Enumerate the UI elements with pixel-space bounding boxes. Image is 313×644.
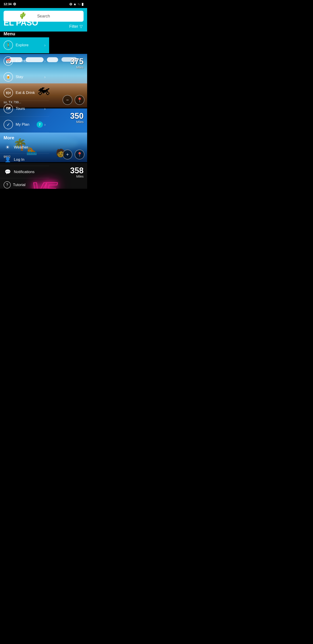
more-label: More [3, 135, 45, 140]
more-section: More [0, 132, 49, 141]
tours-icon: 🗺 [3, 104, 13, 113]
explore-icon: 🚶 [3, 40, 13, 50]
wifi-icon: ▲ [73, 2, 77, 6]
notifications-label: Notifications [14, 170, 35, 174]
sidebar-item-eat-drink[interactable]: 🍽 Eat & Drink › [0, 85, 49, 101]
weather-icon: ☀ [3, 144, 12, 150]
explore-label: Explore [16, 43, 44, 48]
card-minus-button[interactable]: − [62, 95, 72, 105]
login-icon: 👤 [3, 157, 12, 162]
card-pool-actions: + 📍 [62, 150, 84, 160]
app-logo: Visit 🌵 EL PASO [3, 12, 45, 27]
notifications-icon: 💬 [3, 169, 12, 175]
events-chevron: › [44, 59, 45, 64]
eat-drink-chevron: › [44, 90, 45, 95]
signal-icon: ⊖ [69, 2, 72, 6]
tours-chevron: › [44, 106, 45, 111]
events-label: Events [16, 59, 44, 63]
tutorial-label: Tutorial [13, 183, 25, 187]
card-pool-pin-button[interactable]: 📍 [75, 150, 84, 160]
sidebar-item-tutorial[interactable]: ? Tutorial [0, 178, 49, 189]
sidebar-item-events[interactable]: 📅 Events › [0, 53, 49, 69]
stay-icon: 🍺 [3, 72, 13, 82]
card-pool-distance: 350 Miles [70, 112, 83, 124]
card-distance: 375 Miles [70, 58, 83, 69]
eat-drink-label: Eat & Drink [16, 90, 44, 95]
filter-icon: ▽ [79, 24, 83, 29]
explore-chevron: › [44, 43, 45, 48]
sidebar-logo-area: Visit 🌵 EL PASO ✕ [0, 8, 49, 30]
login-label: Log In [14, 158, 24, 162]
eat-drink-icon: 🍽 [3, 88, 13, 98]
sidebar-item-stay[interactable]: 🍺 Stay › [0, 69, 49, 85]
menu-label: Menu [0, 30, 49, 37]
tours-label: Tours [16, 106, 44, 111]
stay-chevron: › [44, 75, 45, 80]
time-display: 12:34 [3, 2, 12, 6]
card-venue-distance: 358 Miles [70, 166, 83, 178]
my-plan-chevron: › [44, 122, 45, 127]
my-plan-label: My Plan [16, 122, 37, 127]
sidebar-item-notifications[interactable]: 💬 Notifications [0, 166, 49, 178]
tutorial-icon: ? [3, 181, 11, 188]
sidebar-item-my-plan[interactable]: ✓ My Plan 7 › [0, 117, 49, 132]
sidebar-item-login[interactable]: 👤 Log In [0, 154, 49, 166]
stay-label: Stay [16, 75, 44, 79]
filter-button[interactable]: Filter ▽ [69, 24, 83, 29]
card-pin-button[interactable]: 📍 [75, 95, 84, 105]
sidebar-item-explore[interactable]: 🚶 Explore › [0, 37, 49, 53]
sidebar-item-weather[interactable]: ☀ Weather [0, 141, 49, 154]
battery-icon: ▮ [81, 2, 83, 6]
card-plus-button[interactable]: + [62, 150, 72, 160]
logo-elpaso-text: EL PASO [3, 19, 38, 27]
settings-icon: ⚙ [13, 2, 16, 6]
status-bar: 12:34 ⚙ ⊖ ▲ ↑↓ ▮ [0, 0, 87, 8]
network-icon: ↑↓ [77, 2, 81, 6]
sidebar-item-tours[interactable]: 🗺 Tours › [0, 101, 49, 117]
card-actions: − 📍 [62, 95, 84, 105]
my-plan-icon: ✓ [3, 120, 13, 129]
weather-label: Weather [14, 145, 28, 150]
events-icon: 📅 [3, 56, 13, 66]
my-plan-badge: 7 [37, 122, 43, 128]
close-menu-button[interactable]: ✕ [41, 12, 45, 18]
